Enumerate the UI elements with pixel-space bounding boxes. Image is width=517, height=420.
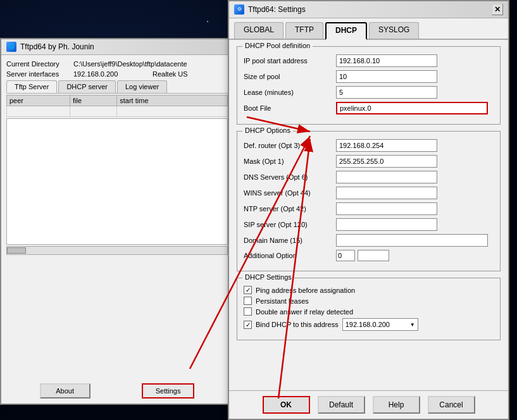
- table-row: [7, 106, 228, 117]
- ntp-input[interactable]: [336, 202, 437, 215]
- wins-input[interactable]: [336, 187, 437, 199]
- current-directory-row: Current Directory C:\Users\jeff9\Desktop…: [6, 60, 228, 68]
- log-area: [6, 118, 228, 245]
- bind-address-dropdown[interactable]: 192.168.0.200 ▼: [342, 318, 418, 331]
- domain-row: Domain Name (15): [244, 234, 494, 247]
- col-file: file: [70, 96, 116, 106]
- dhcp-settings-title: DHCP Settings: [242, 273, 294, 281]
- additional-row: Additional Option: [244, 250, 494, 261]
- dialog-app-icon: ⚙: [234, 4, 244, 15]
- sip-row: SIP server (Opt 120): [244, 218, 494, 231]
- main-window-titlebar: 🌐 Tftpd64 by Ph. Jounin: [1, 39, 233, 55]
- bind-label: Bind DHCP to this address: [256, 321, 339, 328]
- current-directory-value: C:\Users\jeff9\Desktop\tftp\datacente: [73, 60, 228, 68]
- close-button[interactable]: ✕: [492, 4, 503, 15]
- main-bottom-buttons: About Settings: [1, 383, 233, 398]
- def-router-input[interactable]: [336, 139, 437, 152]
- boot-file-input[interactable]: [336, 102, 488, 114]
- mask-input[interactable]: [336, 155, 437, 168]
- main-content: Current Directory C:\Users\jeff9\Desktop…: [1, 55, 233, 260]
- server-interfaces-row: Server interfaces 192.168.0.200 Realtek …: [6, 70, 228, 78]
- wins-label: WINS server (Opt 44): [244, 189, 332, 197]
- ntp-row: NTP server (Opt 42): [244, 202, 494, 215]
- col-start-time: start time: [117, 96, 228, 106]
- main-window-title: Tftpd64 by Ph. Jounin: [20, 42, 94, 51]
- settings-button[interactable]: Settings: [142, 383, 195, 398]
- app-icon: 🌐: [6, 42, 16, 52]
- ip-pool-start-input[interactable]: [336, 54, 437, 67]
- additional-label: Additional Option: [244, 252, 332, 259]
- scrollbar[interactable]: [6, 246, 228, 255]
- sip-label: SIP server (Opt 120): [244, 221, 332, 228]
- dns-input[interactable]: [336, 171, 437, 183]
- dialog-footer: OK Default Help Cancel: [229, 390, 508, 419]
- server-interfaces-label: Server interfaces: [6, 70, 70, 78]
- dhcp-options-group: DHCP Options Def. router (Opt 3) Mask (O…: [237, 131, 501, 271]
- boot-file-row: Boot File: [244, 102, 494, 114]
- scrollbar-thumb[interactable]: [7, 247, 26, 254]
- current-directory-label: Current Directory: [6, 60, 70, 68]
- lease-input[interactable]: [336, 86, 437, 99]
- tab-syslog[interactable]: SYSLOG: [369, 22, 419, 39]
- tab-dhcp[interactable]: DHCP: [325, 22, 367, 40]
- size-of-pool-row: Size of pool: [244, 70, 494, 83]
- bind-address-value: 192.168.0.200: [346, 321, 390, 328]
- double-label: Double answer if relay detected: [256, 308, 353, 316]
- dialog-titlebar: ⚙ Tftpd64: Settings ✕: [229, 1, 508, 18]
- lease-row: Lease (minutes): [244, 86, 494, 99]
- dhcp-pool-group: DHCP Pool definition IP pool start addre…: [237, 46, 501, 125]
- additional-option-num-input[interactable]: [336, 250, 355, 261]
- ok-button[interactable]: OK: [263, 396, 310, 414]
- persist-checkbox[interactable]: [244, 297, 252, 305]
- tab-tftp-server[interactable]: Tftp Server: [6, 80, 57, 93]
- dialog-title: Tftpd64: Settings: [248, 5, 306, 14]
- about-button[interactable]: About: [40, 383, 90, 398]
- def-router-row: Def. router (Opt 3): [244, 139, 494, 152]
- bind-checkbox[interactable]: ✓: [244, 321, 252, 329]
- lease-label: Lease (minutes): [244, 89, 332, 96]
- ping-checkbox[interactable]: ✓: [244, 286, 252, 294]
- dns-row: DNS Servers (Opt 6): [244, 171, 494, 183]
- dialog-body: DHCP Pool definition IP pool start addre…: [229, 40, 508, 353]
- tab-global[interactable]: GLOBAL: [234, 22, 283, 39]
- main-window: 🌐 Tftpd64 by Ph. Jounin Current Director…: [0, 38, 234, 405]
- def-router-label: Def. router (Opt 3): [244, 142, 332, 149]
- server-interfaces-adapter: Realtek US: [153, 70, 228, 78]
- size-of-pool-input[interactable]: [336, 70, 437, 83]
- persist-row: Persistant leases: [244, 297, 494, 305]
- domain-input[interactable]: [336, 234, 488, 247]
- additional-option-val-input[interactable]: [358, 250, 389, 261]
- tab-log-viewer[interactable]: Log viewer: [117, 80, 167, 93]
- help-button[interactable]: Help: [373, 396, 420, 414]
- dropdown-arrow-icon: ▼: [410, 322, 415, 328]
- ping-row: ✓ Ping address before assignation: [244, 286, 494, 294]
- additional-inputs: [336, 250, 389, 261]
- dns-label: DNS Servers (Opt 6): [244, 173, 332, 181]
- double-row: Double answer if relay detected: [244, 307, 494, 316]
- main-tab-bar: Tftp Server DHCP server Log viewer: [6, 80, 228, 94]
- dhcp-settings-group: DHCP Settings ✓ Ping address before assi…: [237, 278, 501, 340]
- tab-dhcp-server[interactable]: DHCP server: [58, 80, 116, 93]
- boot-file-label: Boot File: [244, 104, 332, 112]
- mask-label: Mask (Opt 1): [244, 158, 332, 165]
- settings-dialog: ⚙ Tftpd64: Settings ✕ GLOBAL TFTP DHCP S…: [228, 0, 509, 420]
- size-of-pool-label: Size of pool: [244, 73, 332, 80]
- mask-row: Mask (Opt 1): [244, 155, 494, 168]
- wins-row: WINS server (Opt 44): [244, 187, 494, 199]
- bind-row: ✓ Bind DHCP to this address 192.168.0.20…: [244, 318, 494, 331]
- log-table: peer file start time: [6, 95, 228, 117]
- tab-tftp[interactable]: TFTP: [285, 22, 323, 39]
- server-interfaces-value: 192.168.0.200: [73, 70, 149, 78]
- double-checkbox[interactable]: [244, 307, 252, 316]
- col-peer: peer: [7, 96, 70, 106]
- ntp-label: NTP server (Opt 42): [244, 205, 332, 213]
- ping-label: Ping address before assignation: [256, 287, 355, 294]
- dialog-title-left: ⚙ Tftpd64: Settings: [234, 4, 306, 15]
- dhcp-options-title: DHCP Options: [242, 127, 293, 134]
- cancel-button[interactable]: Cancel: [428, 396, 475, 414]
- default-button[interactable]: Default: [318, 396, 365, 414]
- dialog-tab-bar: GLOBAL TFTP DHCP SYSLOG: [229, 18, 508, 40]
- dhcp-pool-title: DHCP Pool definition: [242, 42, 313, 49]
- sip-input[interactable]: [336, 218, 437, 231]
- ip-pool-start-row: IP pool start address: [244, 54, 494, 67]
